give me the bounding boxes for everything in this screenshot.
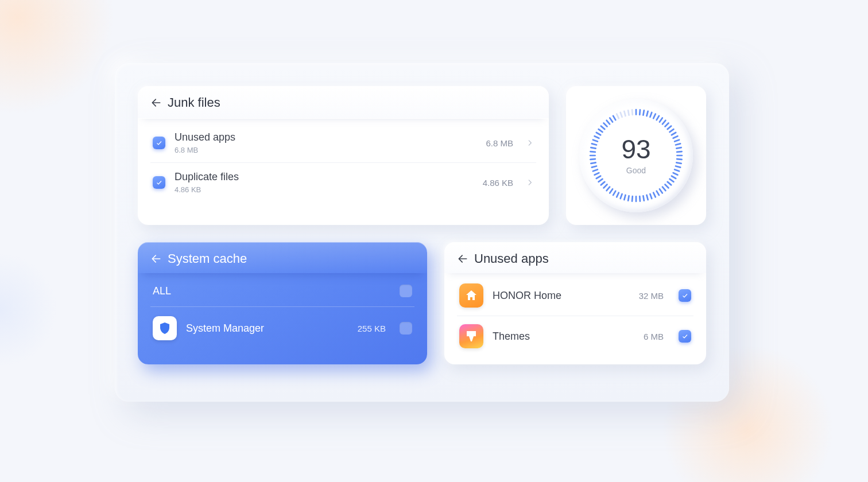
junk-item-title: Duplicate files bbox=[175, 171, 474, 183]
checkbox-icon[interactable] bbox=[153, 176, 165, 189]
svg-line-26 bbox=[669, 179, 673, 182]
svg-line-61 bbox=[596, 133, 600, 135]
apps-item-name: Themes bbox=[493, 331, 634, 343]
junk-item-sub: 6.8 MB bbox=[175, 146, 476, 154]
junk-files-title: Junk files bbox=[168, 95, 220, 110]
svg-line-33 bbox=[650, 194, 652, 199]
score-label: Good bbox=[621, 166, 650, 175]
svg-line-64 bbox=[604, 123, 607, 127]
svg-line-41 bbox=[621, 194, 622, 199]
svg-line-11 bbox=[668, 126, 672, 129]
svg-line-57 bbox=[591, 147, 595, 148]
svg-line-21 bbox=[676, 162, 681, 163]
svg-line-54 bbox=[590, 159, 595, 160]
svg-line-8 bbox=[660, 118, 662, 122]
svg-line-34 bbox=[646, 195, 648, 200]
svg-line-35 bbox=[643, 196, 644, 200]
svg-line-53 bbox=[591, 162, 595, 163]
svg-line-39 bbox=[628, 196, 629, 200]
junk-item[interactable]: Unused apps 6.8 MB 6.8 MB bbox=[150, 123, 536, 162]
checkbox-icon[interactable] bbox=[153, 137, 165, 149]
apps-item-name: HONOR Home bbox=[493, 290, 630, 302]
svg-line-2 bbox=[640, 110, 640, 114]
svg-line-43 bbox=[613, 191, 615, 195]
junk-item[interactable]: Duplicate files 4.86 KB 4.86 KB bbox=[150, 162, 536, 202]
junk-files-card: Junk files Unused apps 6.8 MB 6.8 MB bbox=[138, 86, 549, 225]
junk-item-size: 4.86 KB bbox=[483, 178, 513, 188]
svg-line-9 bbox=[662, 120, 665, 125]
back-icon[interactable] bbox=[150, 97, 162, 108]
chevron-right-icon[interactable] bbox=[526, 139, 534, 147]
svg-line-16 bbox=[676, 143, 680, 145]
cache-all-label: ALL bbox=[153, 285, 390, 297]
svg-line-60 bbox=[595, 136, 599, 138]
cache-item-size: 255 KB bbox=[358, 324, 386, 333]
checkbox-icon[interactable] bbox=[679, 289, 691, 302]
svg-line-6 bbox=[653, 114, 656, 119]
junk-item-title: Unused apps bbox=[175, 131, 476, 143]
svg-line-29 bbox=[662, 187, 665, 191]
svg-line-56 bbox=[590, 151, 595, 152]
unused-apps-title: Unused apps bbox=[474, 251, 549, 266]
svg-line-67 bbox=[613, 116, 615, 120]
junk-item-text: Unused apps 6.8 MB bbox=[175, 131, 476, 154]
svg-line-31 bbox=[657, 191, 659, 195]
svg-line-69 bbox=[621, 112, 622, 117]
cache-item-all[interactable]: ALL bbox=[150, 275, 414, 306]
svg-line-3 bbox=[643, 110, 644, 115]
unused-apps-list: HONOR Home 32 MB Themes 6 MB bbox=[444, 273, 706, 364]
svg-line-17 bbox=[676, 147, 681, 148]
score-card: 93 Good bbox=[566, 86, 706, 225]
svg-line-7 bbox=[657, 116, 659, 120]
apps-item-size: 32 MB bbox=[639, 291, 664, 301]
svg-line-68 bbox=[617, 114, 619, 119]
svg-line-58 bbox=[592, 143, 596, 145]
svg-line-72 bbox=[632, 110, 633, 114]
junk-files-list: Unused apps 6.8 MB 6.8 MB Duplicate file… bbox=[138, 119, 549, 209]
svg-line-40 bbox=[624, 195, 625, 200]
checkbox-icon[interactable] bbox=[400, 322, 412, 335]
svg-line-51 bbox=[593, 169, 598, 171]
back-icon[interactable] bbox=[457, 253, 468, 265]
svg-line-42 bbox=[617, 193, 619, 197]
home-icon bbox=[459, 283, 483, 308]
svg-line-38 bbox=[632, 196, 633, 201]
system-cache-header: System cache bbox=[138, 242, 427, 273]
unused-apps-card: Unused apps HONOR Home 32 MB bbox=[444, 242, 706, 364]
svg-line-24 bbox=[673, 173, 678, 175]
svg-line-23 bbox=[675, 169, 679, 171]
svg-line-48 bbox=[599, 179, 603, 182]
svg-line-59 bbox=[593, 140, 598, 142]
svg-line-70 bbox=[624, 111, 625, 116]
svg-line-32 bbox=[653, 193, 656, 197]
svg-line-66 bbox=[610, 118, 613, 122]
svg-line-12 bbox=[669, 129, 673, 132]
checkbox-icon[interactable] bbox=[400, 285, 412, 297]
bg-decor bbox=[0, 252, 57, 367]
svg-line-50 bbox=[595, 173, 599, 175]
score-gauge: 93 Good bbox=[579, 99, 693, 212]
junk-files-header: Junk files bbox=[138, 86, 549, 119]
apps-item-size: 6 MB bbox=[644, 332, 664, 341]
svg-line-44 bbox=[610, 189, 613, 193]
svg-line-13 bbox=[672, 133, 676, 135]
svg-line-45 bbox=[607, 187, 610, 191]
chevron-right-icon[interactable] bbox=[526, 178, 534, 186]
svg-line-49 bbox=[596, 176, 600, 178]
checkbox-icon[interactable] bbox=[679, 330, 691, 343]
back-icon[interactable] bbox=[150, 253, 162, 265]
cache-item[interactable]: System Manager 255 KB bbox=[150, 306, 414, 349]
svg-line-36 bbox=[640, 196, 640, 201]
svg-line-22 bbox=[676, 166, 680, 167]
svg-line-52 bbox=[592, 166, 596, 167]
junk-item-size: 6.8 MB bbox=[486, 138, 513, 148]
system-cache-list: ALL System Manager 255 KB bbox=[138, 273, 427, 357]
bg-decor bbox=[0, 0, 115, 115]
svg-line-47 bbox=[601, 182, 605, 185]
svg-line-18 bbox=[677, 151, 681, 152]
apps-item[interactable]: HONOR Home 32 MB bbox=[457, 275, 693, 316]
unused-apps-header: Unused apps bbox=[444, 242, 706, 273]
apps-item[interactable]: Themes 6 MB bbox=[457, 316, 693, 356]
system-cache-card: System cache ALL System Manager 255 KB bbox=[138, 242, 427, 364]
cache-item-name: System Manager bbox=[186, 322, 348, 335]
